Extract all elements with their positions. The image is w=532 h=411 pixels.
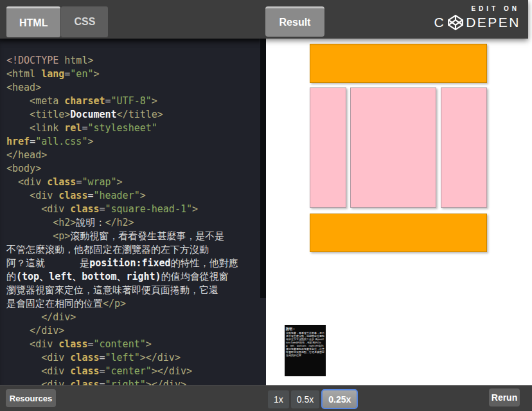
left-column-box xyxy=(310,87,346,208)
codepen-brand[interactable]: EDIT ON C DEPEN xyxy=(434,5,520,31)
code-line: 是會固定在相同的位置</p> xyxy=(6,297,253,311)
editor-tabs: HTMLCSS xyxy=(6,6,109,37)
zoom-1x-button[interactable]: 1x xyxy=(268,390,289,408)
tab-css[interactable]: CSS xyxy=(61,6,108,37)
right-column-box xyxy=(441,87,487,208)
code-line: <div class="content"> xyxy=(6,338,253,351)
code-line: <link rel="stylesheet" xyxy=(6,122,253,135)
code-line: 不管怎麼滾動，他都固定在瀏覽器的左下方沒動 xyxy=(6,243,253,257)
code-line: <html lang="en"> xyxy=(6,68,253,81)
code-line: <div class="wrap"> xyxy=(6,176,253,189)
codepen-logo: C DEPEN xyxy=(434,14,520,31)
code-line: 阿？這就 是position:fixed的特性，他對應 xyxy=(6,257,253,270)
brand-text-c: C xyxy=(434,15,445,30)
scrollbar-thumb[interactable] xyxy=(260,39,266,298)
code-line: <div class="square-head-1"> xyxy=(6,203,253,216)
code-line: </head> xyxy=(6,149,253,162)
code-line: <head> xyxy=(6,81,253,95)
zoom-level-buttons: 1x0.5x0.25x xyxy=(268,389,358,409)
center-column-box xyxy=(350,87,436,208)
code-line: <title>Document</title> xyxy=(6,108,253,122)
code-line: <div class="center"></div> xyxy=(6,365,253,378)
result-preview: 說明： 滾動視窗，看看發生甚麼事，是不是不管怎麼滾動，他都固定在瀏覽器的左下方沒… xyxy=(266,39,532,385)
footer-box xyxy=(310,214,487,252)
code-editor[interactable]: <!DOCTYPE html><html lang="en"><head> <m… xyxy=(0,39,266,385)
rerun-button[interactable]: Rerun xyxy=(489,388,520,406)
code-line: <meta charset="UTF-8"> xyxy=(6,95,253,108)
top-bar: HTMLCSS Result EDIT ON C DEPEN xyxy=(0,0,528,39)
code-line: <!DOCTYPE html> xyxy=(6,54,253,68)
bottom-bar: Resources 1x0.5x0.25x Rerun xyxy=(0,385,532,411)
result-button[interactable]: Result xyxy=(265,6,324,37)
header-box xyxy=(310,44,487,83)
codepen-cube-icon xyxy=(447,14,464,31)
code-line: href="all.css"> xyxy=(6,135,253,149)
zoom-0.25x-button[interactable]: 0.25x xyxy=(321,389,358,409)
fixed-note-thumbnail: 說明： 滾動視窗，看看發生甚麼事，是不是不管怎麼滾動，他都固定在瀏覽器的左下方沒… xyxy=(285,325,326,376)
code-line: <div class="right"></div> xyxy=(6,378,253,385)
code-line: <h2>說明：</h2> xyxy=(6,216,253,230)
code-line: <div class="header"> xyxy=(6,189,253,203)
fixed-note-heading: 說明： xyxy=(286,327,324,331)
resources-button[interactable]: Resources xyxy=(6,389,56,407)
code-line: 瀏覽器視窗來定位，這意味著即便頁面捲動，它還 xyxy=(6,284,253,297)
code-line: <div class="left"></div> xyxy=(6,351,253,365)
codepen-embed: HTMLCSS Result EDIT ON C DEPEN <!DOCTYPE… xyxy=(0,0,532,411)
edit-on-label: EDIT ON xyxy=(434,5,520,12)
code-line: 的(top、left、bottom、right)的值均會從視窗 xyxy=(6,270,253,284)
code-line: </div> xyxy=(6,324,253,338)
zoom-0.5x-button[interactable]: 0.5x xyxy=(291,390,319,408)
code-line: <p>滾動視窗，看看發生甚麼事，是不是 xyxy=(6,230,253,243)
brand-text-depen: DEPEN xyxy=(466,15,520,30)
fixed-note-body: 滾動視窗，看看發生甚麼事，是不是不管怎麼滾動，他都固定在瀏覽器的左下方沒動阿？這… xyxy=(286,331,324,357)
code-lines: <!DOCTYPE html><html lang="en"><head> <m… xyxy=(0,39,253,385)
tab-html[interactable]: HTML xyxy=(6,6,60,37)
code-line: </div> xyxy=(6,311,253,324)
code-line: <body> xyxy=(6,162,253,176)
editor-scrollbar[interactable] xyxy=(260,39,266,385)
